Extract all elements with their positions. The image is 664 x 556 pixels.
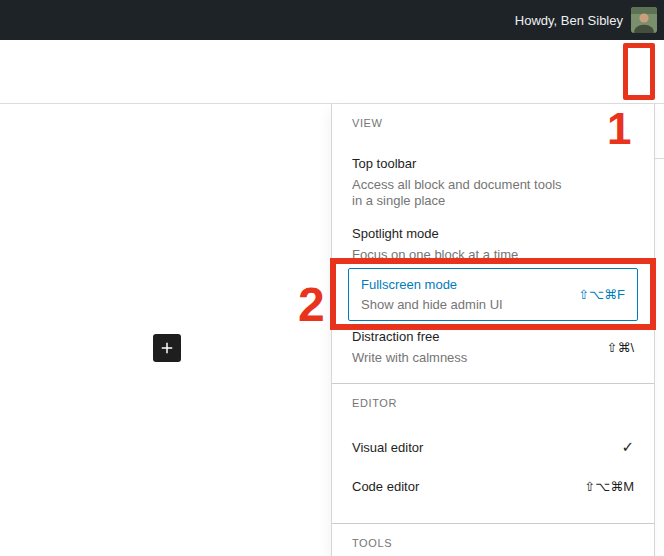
menu-item-title: Visual editor: [352, 440, 423, 455]
block-inserter-button[interactable]: [153, 334, 181, 362]
howdy-user-link[interactable]: Howdy, Ben Sibley: [515, 13, 623, 28]
annotation-step-number-2: 2: [298, 281, 325, 329]
keyboard-shortcut: ⇧⌘\: [606, 340, 634, 355]
menu-item-title: Spotlight mode: [352, 226, 634, 241]
menu-section-editor: EDITOR: [352, 397, 397, 409]
admin-bar: Howdy, Ben Sibley: [0, 0, 664, 40]
menu-item-title: Distraction free: [352, 329, 467, 344]
annotation-step-number-1: 1: [607, 107, 631, 151]
settings-sidebar-header-border: [655, 158, 664, 159]
menu-divider: [332, 523, 654, 524]
menu-section-tools: TOOLS: [352, 537, 392, 549]
plus-icon: [158, 339, 176, 357]
annotation-highlight-box-1: [623, 43, 655, 100]
menu-item-top-toolbar[interactable]: Top toolbar Access all block and documen…: [352, 156, 634, 209]
menu-section-view: VIEW: [352, 117, 383, 129]
checkmark-icon: ✓: [621, 438, 634, 456]
menu-item-title: Code editor: [352, 479, 419, 494]
avatar-photo: [631, 7, 657, 33]
annotation-highlight-box-2: [330, 258, 656, 330]
keyboard-shortcut: ⇧⌥⌘M: [584, 479, 634, 494]
menu-item-description: Write with calmness: [352, 350, 467, 366]
distraction-free-text: Distraction free Write with calmness: [352, 329, 467, 366]
menu-item-title: Top toolbar: [352, 156, 634, 171]
user-avatar[interactable]: [631, 7, 657, 33]
menu-divider: [332, 383, 654, 384]
menu-item-distraction-free[interactable]: Distraction free Write with calmness ⇧⌘\: [352, 329, 634, 366]
editor-toolbar: [0, 40, 664, 104]
menu-item-visual-editor[interactable]: Visual editor ✓: [352, 438, 634, 456]
menu-item-description: Access all block and document tools in a…: [352, 177, 572, 209]
options-menu-popover: VIEW Top toolbar Access all block and do…: [331, 104, 655, 556]
menu-item-code-editor[interactable]: Code editor ⇧⌥⌘M: [352, 479, 634, 494]
